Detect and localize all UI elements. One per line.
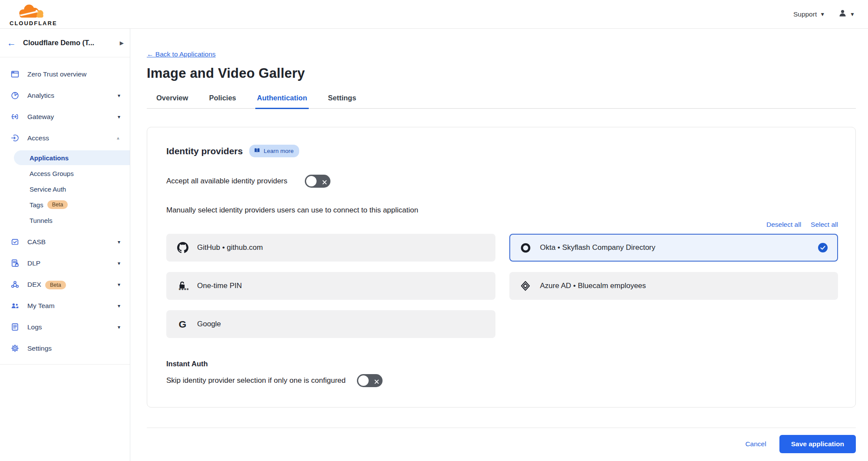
- sidebar-item-access[interactable]: Access ▲: [0, 127, 130, 149]
- chevron-down-icon: ▾: [118, 303, 120, 309]
- account-name: Cloudflare Demo (T...: [23, 39, 120, 47]
- sidebar-item-tunnels[interactable]: Tunnels: [0, 213, 130, 228]
- analytics-icon: [10, 91, 20, 100]
- chevron-down-icon: ▾: [118, 114, 120, 120]
- provider-tile-google[interactable]: G Google: [166, 310, 495, 338]
- page-title: Image and Video Gallery: [147, 66, 856, 81]
- sidebar-item-label: My Team: [27, 302, 118, 310]
- cloudflare-logo[interactable]: CLOUDFLARE: [10, 3, 57, 26]
- svg-text:****: ****: [178, 288, 188, 292]
- sidebar-item-label: DLP: [27, 259, 118, 267]
- chevron-down-icon: ▾: [118, 239, 120, 245]
- chevron-down-icon: ▼: [850, 11, 855, 17]
- svg-text:G: G: [178, 318, 186, 330]
- deselect-all-link[interactable]: Deselect all: [766, 221, 801, 229]
- sidebar-item-settings[interactable]: Settings: [0, 338, 130, 359]
- instant-auth-heading: Instant Auth: [166, 360, 838, 368]
- okta-icon: [520, 242, 531, 254]
- provider-tile-github[interactable]: GitHub • github.com: [166, 234, 495, 262]
- provider-tile-okta[interactable]: Okta • Skyflash Company Directory: [509, 234, 838, 262]
- sidebar-item-dex[interactable]: DEXBeta ▾: [0, 274, 130, 295]
- sidebar-item-my-team[interactable]: My Team ▾: [0, 295, 130, 316]
- tab-overview[interactable]: Overview: [155, 94, 190, 109]
- sidebar-item-label: DEXBeta: [27, 281, 118, 289]
- beta-badge: Beta: [47, 200, 68, 209]
- chevron-down-icon: ▼: [820, 11, 825, 17]
- learn-more-label: Learn more: [264, 148, 294, 154]
- sidebar-item-label: Access: [27, 134, 116, 142]
- subnav-label: Tunnels: [30, 217, 53, 224]
- one-time-pin-icon: ****: [177, 280, 188, 292]
- chevron-down-icon: ▾: [118, 324, 120, 330]
- overview-icon: [10, 70, 20, 79]
- sidebar-item-casb[interactable]: CASB ▾: [0, 231, 130, 252]
- user-menu[interactable]: ▼: [838, 9, 855, 20]
- subnav-label: Tags: [30, 201, 43, 209]
- sidebar-divider: [0, 364, 130, 365]
- provider-tile-azure-ad[interactable]: Azure AD • Bluecalm employees: [509, 272, 838, 300]
- sidebar-item-zero-trust-overview[interactable]: Zero Trust overview: [0, 63, 130, 85]
- provider-grid: GitHub • github.com Okta • Skyflash Comp…: [166, 234, 838, 338]
- sidebar-item-analytics[interactable]: Analytics ▾: [0, 85, 130, 106]
- cancel-button[interactable]: Cancel: [745, 440, 766, 448]
- back-arrow-icon[interactable]: ←: [7, 38, 16, 48]
- toggle-knob: [306, 176, 317, 186]
- back-to-applications-link[interactable]: ← Back to Applications: [147, 50, 216, 58]
- sidebar-item-gateway[interactable]: Gateway ▾: [0, 106, 130, 127]
- card-title: Identity providers: [166, 146, 243, 156]
- identity-providers-card: Identity providers Learn more Accept all…: [147, 127, 856, 408]
- support-menu[interactable]: Support ▼: [793, 10, 825, 18]
- sidebar-item-label: Analytics: [27, 92, 118, 99]
- provider-label: Azure AD • Bluecalm employees: [540, 282, 646, 290]
- sidebar-item-label: Settings: [27, 345, 120, 352]
- support-label: Support: [793, 10, 817, 18]
- save-application-button[interactable]: Save application: [779, 435, 856, 453]
- manual-select-text: Manually select identity providers users…: [166, 206, 838, 215]
- gear-icon: [10, 344, 20, 353]
- top-header: CLOUDFLARE Support ▼ ▼: [0, 0, 868, 29]
- dex-icon: [10, 280, 20, 289]
- cloudflare-cloud-icon: [13, 3, 53, 21]
- dlp-icon: [10, 259, 20, 268]
- azure-ad-icon: [520, 280, 531, 292]
- sidebar-item-label: Logs: [27, 323, 118, 331]
- account-switcher[interactable]: ← Cloudflare Demo (T... ▶: [0, 29, 130, 57]
- github-icon: [177, 242, 188, 254]
- sidebar-item-applications[interactable]: Applications: [14, 150, 130, 165]
- accept-all-label: Accept all available identity providers: [166, 177, 287, 186]
- instant-auth-toggle[interactable]: [357, 374, 383, 387]
- team-icon: [10, 301, 20, 311]
- chevron-down-icon: ▾: [118, 93, 120, 99]
- sidebar-item-access-groups[interactable]: Access Groups: [0, 166, 130, 181]
- x-icon: [322, 179, 327, 186]
- access-icon: [10, 133, 20, 143]
- chevron-right-icon[interactable]: ▶: [120, 40, 124, 46]
- selected-check-icon: [818, 243, 828, 252]
- sidebar-item-dlp[interactable]: DLP ▾: [0, 252, 130, 274]
- main-content: ← Back to Applications Image and Video G…: [130, 29, 868, 461]
- provider-tile-one-time-pin[interactable]: **** One-time PIN: [166, 272, 495, 300]
- sidebar-item-label: CASB: [27, 238, 118, 246]
- accept-all-toggle[interactable]: [305, 175, 330, 188]
- access-subnav: Applications Access Groups Service Auth …: [0, 149, 130, 231]
- learn-more-badge[interactable]: Learn more: [249, 145, 299, 157]
- beta-badge: Beta: [45, 281, 66, 289]
- sidebar-item-service-auth[interactable]: Service Auth: [0, 182, 130, 196]
- provider-label: Okta • Skyflash Company Directory: [540, 243, 656, 252]
- tab-authentication[interactable]: Authentication: [255, 94, 309, 109]
- subnav-label: Applications: [30, 154, 69, 162]
- cloudflare-wordmark: CLOUDFLARE: [10, 20, 57, 26]
- book-icon: [254, 147, 261, 155]
- select-all-link[interactable]: Select all: [811, 221, 838, 229]
- sidebar-item-label: Gateway: [27, 113, 118, 121]
- chevron-down-icon: ▾: [118, 282, 120, 288]
- sidebar-item-label: Zero Trust overview: [27, 70, 120, 78]
- casb-icon: [10, 237, 20, 247]
- tab-settings[interactable]: Settings: [326, 94, 358, 109]
- sidebar-item-logs[interactable]: Logs ▾: [0, 316, 130, 338]
- toggle-knob: [358, 375, 369, 386]
- tab-policies[interactable]: Policies: [207, 94, 238, 109]
- subnav-label: Access Groups: [30, 170, 74, 177]
- sidebar-item-tags[interactable]: Tags Beta: [0, 197, 130, 212]
- provider-label: GitHub • github.com: [197, 243, 263, 252]
